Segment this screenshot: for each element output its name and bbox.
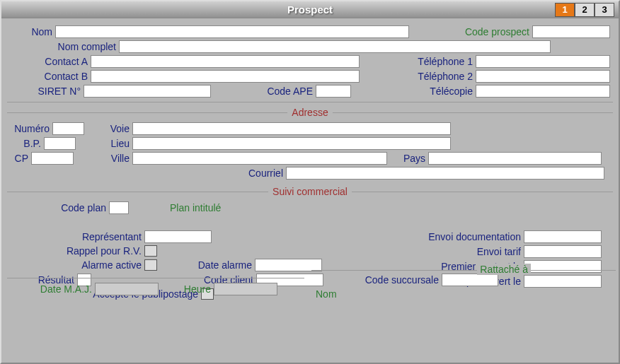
label-code-prospect: Code prospect bbox=[465, 26, 529, 37]
date-maj-input bbox=[95, 283, 159, 295]
label-code-plan: Code plan bbox=[7, 202, 106, 213]
voie-input[interactable] bbox=[132, 122, 451, 135]
titlebar: Prospect 1 2 3 bbox=[1, 1, 619, 18]
label-envoi-tarif: Envoi tarif bbox=[358, 246, 521, 257]
telecopie-input[interactable] bbox=[476, 85, 610, 98]
label-courriel: Courriel bbox=[7, 168, 283, 179]
form-body: Nom Code prospect Nom complet Contact A … bbox=[1, 18, 619, 305]
label-voie: Voie bbox=[87, 123, 130, 134]
nom-complet-input[interactable] bbox=[119, 40, 551, 53]
label-ville: Ville bbox=[76, 153, 130, 164]
code-succursale-input[interactable] bbox=[442, 274, 498, 286]
label-plan-intitule: Plan intitulé bbox=[170, 202, 221, 213]
footer-block: Date M.A.J. Heure bbox=[7, 274, 302, 298]
code-plan-input[interactable] bbox=[109, 201, 129, 214]
envoi-doc-input[interactable] bbox=[524, 230, 602, 243]
label-alarme-active: Alarme active bbox=[7, 259, 142, 271]
rattache-legend: Rattaché à bbox=[477, 264, 531, 275]
label-telecopie: Télécopie bbox=[388, 86, 473, 97]
contact-a-input[interactable] bbox=[91, 55, 360, 68]
label-code-succursale: Code succursale bbox=[311, 274, 439, 286]
ville-input[interactable] bbox=[132, 152, 387, 165]
label-heure: Heure bbox=[161, 283, 211, 295]
representant-input[interactable] bbox=[144, 230, 212, 243]
label-date-maj: Date M.A.J. bbox=[7, 283, 92, 295]
siret-input[interactable] bbox=[84, 85, 211, 98]
tab-1[interactable]: 1 bbox=[555, 3, 575, 17]
alarme-active-checkbox[interactable] bbox=[144, 259, 157, 271]
label-contact-a: Contact A bbox=[10, 56, 88, 67]
cp-input[interactable] bbox=[31, 152, 74, 165]
label-representant: Représentant bbox=[7, 231, 142, 242]
label-numero: Numéro bbox=[7, 123, 50, 134]
contact-b-input[interactable] bbox=[91, 70, 360, 83]
tab-2[interactable]: 2 bbox=[575, 3, 595, 17]
numero-input[interactable] bbox=[52, 122, 84, 135]
label-bp: B.P. bbox=[7, 138, 41, 149]
suivi-legend: Suivi commercial bbox=[268, 186, 352, 197]
window-title: Prospect bbox=[287, 4, 333, 16]
label-contact-b: Contact B bbox=[10, 71, 88, 82]
tab-3[interactable]: 3 bbox=[595, 3, 614, 17]
label-nom: Nom bbox=[10, 26, 52, 37]
bp-input[interactable] bbox=[44, 137, 76, 150]
label-code-ape: Code APE bbox=[214, 86, 313, 97]
label-tel1: Téléphone 1 bbox=[388, 56, 473, 67]
label-cp: CP bbox=[7, 153, 28, 164]
telephone2-input[interactable] bbox=[476, 70, 610, 83]
label-siret: SIRET N° bbox=[10, 86, 81, 97]
rappel-rv-checkbox[interactable] bbox=[144, 245, 157, 257]
code-prospect-input[interactable] bbox=[532, 25, 610, 38]
code-ape-input[interactable] bbox=[316, 85, 351, 98]
courriel-input[interactable] bbox=[286, 167, 604, 180]
label-rappel-rv: Rappel pour R.V. bbox=[7, 245, 142, 257]
nom-input[interactable] bbox=[55, 25, 409, 38]
label-tel2: Téléphone 2 bbox=[388, 71, 473, 82]
heure-input bbox=[214, 283, 277, 295]
label-rattache-nom: Nom bbox=[311, 288, 347, 300]
label-lieu: Lieu bbox=[79, 138, 130, 149]
label-pays: Pays bbox=[390, 153, 425, 164]
label-envoi-doc: Envoi documentation bbox=[358, 231, 521, 242]
rattache-section: Rattaché à Code succursale Nom bbox=[311, 270, 616, 302]
lieu-input[interactable] bbox=[132, 137, 451, 150]
adresse-section: Adresse Numéro Voie B.P. Lieu CP Ville P… bbox=[7, 107, 613, 182]
pays-input[interactable] bbox=[428, 152, 602, 165]
envoi-tarif-input[interactable] bbox=[524, 245, 602, 258]
telephone1-input[interactable] bbox=[476, 55, 610, 68]
prospect-window: Prospect 1 2 3 Nom Code prospect Nom com… bbox=[0, 0, 620, 364]
adresse-legend: Adresse bbox=[287, 107, 332, 118]
label-date-alarme: Date alarme bbox=[160, 259, 252, 271]
label-nom-complet: Nom complet bbox=[10, 41, 116, 52]
identity-block: Nom Code prospect Nom complet Contact A … bbox=[7, 21, 613, 102]
page-tabs: 1 2 3 bbox=[555, 3, 614, 17]
